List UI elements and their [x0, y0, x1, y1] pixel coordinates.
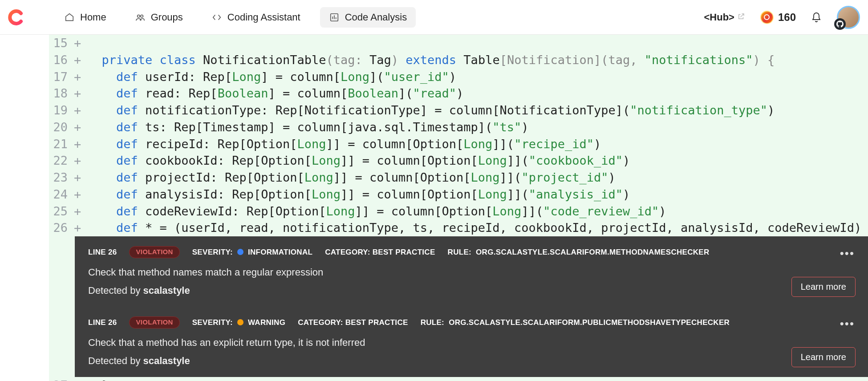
more-icon[interactable]: •••: [840, 246, 855, 261]
violation-header: LINE 26 VIOLATION SEVERITY: INFORMATIONA…: [88, 246, 855, 258]
code-line: 22+ def cookbookId: Rep[Option[Long]] = …: [49, 152, 868, 169]
violation-detected: Detected by scalastyle: [88, 284, 855, 297]
external-link-icon: [737, 12, 745, 23]
code-line: 18+ def read: Rep[Boolean] = column[Bool…: [49, 85, 868, 102]
code-line: 25+ def codeReviewId: Rep[Option[Long]] …: [49, 203, 868, 220]
violation-severity: SEVERITY: WARNING: [192, 318, 285, 327]
more-icon[interactable]: •••: [840, 316, 855, 331]
severity-dot-icon: [237, 319, 243, 325]
app-logo[interactable]: [8, 9, 25, 26]
code-line: 20+ def ts: Rep[Timestamp] = column[java…: [49, 119, 868, 136]
violation-header: LINE 26 VIOLATION SEVERITY: WARNING CATE…: [88, 316, 855, 328]
code-line: 26+ def * = (userId, read, notificationT…: [49, 219, 868, 236]
violation-message: Check that a method has an explicit retu…: [88, 336, 855, 349]
topbar-right: <Hub> 160: [704, 6, 860, 29]
violation-panel: LINE 26 VIOLATION SEVERITY: INFORMATIONA…: [75, 236, 868, 377]
violation-item: LINE 26 VIOLATION SEVERITY: WARNING CATE…: [75, 307, 868, 377]
bell-icon[interactable]: [811, 12, 822, 23]
code-wrap: 15+ 16+ private class NotificationTable(…: [0, 35, 868, 381]
code-line: 21+ def recipeId: Rep[Option[Long]] = co…: [49, 136, 868, 153]
topbar: Home Groups Coding Assistant Code Analys…: [0, 0, 868, 35]
violation-badge: VIOLATION: [129, 246, 179, 258]
code-line: 15+: [49, 35, 868, 52]
diff-panel: 15+ 16+ private class NotificationTable(…: [49, 35, 868, 381]
nav-groups-label: Groups: [151, 12, 183, 23]
points-icon: [760, 11, 774, 24]
violation-rule: RULE: ORG.SCALASTYLE.SCALARIFORM.METHODN…: [448, 247, 710, 257]
hub-link[interactable]: <Hub>: [704, 12, 745, 23]
code-line: 19+ def notificationType: Rep[Notificati…: [49, 102, 868, 119]
violation-item: LINE 26 VIOLATION SEVERITY: INFORMATIONA…: [75, 236, 868, 307]
code-line: 27+ }: [49, 377, 868, 381]
learn-more-button[interactable]: Learn more: [791, 347, 856, 367]
violation-detected: Detected by scalastyle: [88, 355, 855, 367]
nav-home-label: Home: [80, 12, 106, 23]
violation-category: CATEGORY: BEST PRACTICE: [325, 247, 435, 257]
avatar-menu[interactable]: [837, 6, 860, 29]
nav-assist-label: Coding Assistant: [227, 12, 300, 23]
code-line: 16+ private class NotificationTable(tag:…: [49, 52, 868, 69]
analysis-icon: [329, 12, 340, 23]
nav-assist[interactable]: Coding Assistant: [203, 7, 309, 28]
points-display[interactable]: 160: [760, 11, 796, 24]
points-value: 160: [778, 11, 796, 24]
github-icon: [834, 18, 846, 30]
learn-more-button[interactable]: Learn more: [791, 277, 856, 297]
nav-links: Home Groups Coding Assistant Code Analys…: [55, 7, 416, 28]
nav-groups[interactable]: Groups: [126, 7, 192, 28]
severity-dot-icon: [237, 249, 243, 255]
home-icon: [64, 12, 75, 23]
groups-icon: [135, 12, 146, 23]
nav-home[interactable]: Home: [55, 7, 115, 28]
violation-line: LINE 26: [88, 247, 117, 257]
svg-point-1: [141, 15, 143, 17]
code-icon: [211, 12, 222, 23]
violation-badge: VIOLATION: [129, 316, 179, 328]
violation-category: CATEGORY: BEST PRACTICE: [298, 318, 408, 327]
nav-analysis-label: Code Analysis: [345, 12, 407, 23]
violation-severity: SEVERITY: INFORMATIONAL: [192, 247, 312, 257]
violation-line: LINE 26: [88, 318, 117, 327]
code-line: 17+ def userId: Rep[Long] = column[Long]…: [49, 69, 868, 85]
code-line: 24+ def analysisId: Rep[Option[Long]] = …: [49, 186, 868, 203]
nav-analysis[interactable]: Code Analysis: [320, 7, 416, 28]
violation-message: Check that method names match a regular …: [88, 266, 855, 279]
svg-point-0: [137, 15, 140, 17]
violation-rule: RULE: ORG.SCALASTYLE.SCALARIFORM.PUBLICM…: [421, 318, 730, 327]
hub-label: <Hub>: [704, 12, 734, 23]
code-line: 23+ def projectId: Rep[Option[Long]] = c…: [49, 169, 868, 186]
